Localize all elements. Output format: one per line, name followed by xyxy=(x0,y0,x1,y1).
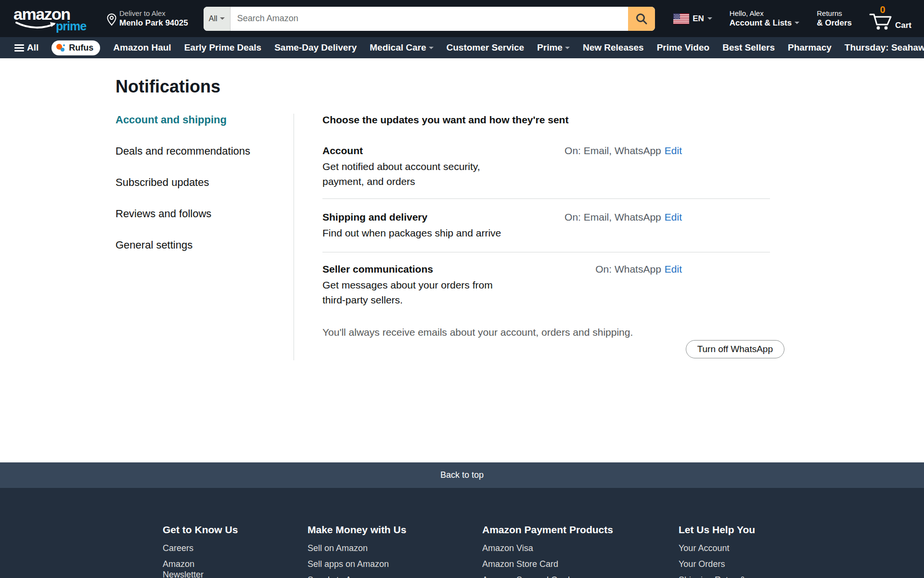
chevron-down-icon xyxy=(429,47,434,52)
account-lists-menu[interactable]: Hello, Alex Account & Lists xyxy=(730,9,799,28)
amazon-smile-icon xyxy=(15,21,60,30)
site-footer: Get to Know Us Careers Amazon Newsletter… xyxy=(0,488,924,578)
nav-promo-link[interactable]: Thursday: Seahawks vs. Cardinals xyxy=(845,42,924,53)
footer-column-help: Let Us Help You Your Account Your Orders… xyxy=(679,524,755,578)
footer-link-amazon-visa[interactable]: Amazon Visa xyxy=(482,543,613,553)
shipping-notification-row: Shipping and delivery Find out when pack… xyxy=(322,211,784,240)
nav-item-best-sellers[interactable]: Best Sellers xyxy=(722,42,775,53)
section-status: On: WhatsApp xyxy=(595,263,661,275)
notifications-sidebar: Account and shipping Deals and recommend… xyxy=(116,114,294,360)
cart-button[interactable]: 0 Cart xyxy=(869,6,911,31)
search-button[interactable] xyxy=(628,7,655,31)
footer-link-your-orders[interactable]: Your Orders xyxy=(679,559,755,569)
cart-count-badge: 0 xyxy=(877,4,888,15)
hamburger-icon xyxy=(14,43,24,53)
rufus-label: Rufus xyxy=(69,43,93,53)
deliver-to-line2: Menlo Park 94025 xyxy=(119,18,188,28)
nav-item-amazon-haul[interactable]: Amazon Haul xyxy=(113,42,171,53)
language-selector[interactable]: EN xyxy=(673,13,712,24)
footer-column-get-to-know-us: Get to Know Us Careers Amazon Newsletter xyxy=(163,524,238,578)
footer-link-amazon-secured-card[interactable]: Amazon Secured Card xyxy=(482,575,613,578)
sidebar-item-subscribed-updates[interactable]: Subscribed updates xyxy=(116,176,294,189)
search-input[interactable] xyxy=(231,7,629,31)
edit-seller-link[interactable]: Edit xyxy=(665,263,682,275)
notification-settings-panel: Choose the updates you want and how they… xyxy=(294,114,784,360)
section-description: Get messages about your orders from thir… xyxy=(322,277,525,307)
chevron-down-icon xyxy=(565,47,570,52)
back-to-top-label: Back to top xyxy=(440,470,484,480)
footer-link-supply-to-amazon[interactable]: Supply to Amazon xyxy=(308,575,406,578)
amazon-logo[interactable]: amazon prime xyxy=(13,4,87,34)
rufus-icon xyxy=(56,43,66,53)
sidebar-item-general-settings[interactable]: General settings xyxy=(116,239,294,251)
nav-item-customer-service[interactable]: Customer Service xyxy=(447,42,525,53)
search-category-dropdown[interactable]: All xyxy=(204,7,231,31)
back-to-top-bar[interactable]: Back to top xyxy=(0,462,924,488)
nav-all-menu-button[interactable]: All xyxy=(14,42,38,53)
footer-heading: Get to Know Us xyxy=(163,524,238,536)
footer-column-payment-products: Amazon Payment Products Amazon Visa Amaz… xyxy=(482,524,613,578)
site-header: amazon prime Deliver to Alex Menlo Park … xyxy=(0,0,924,37)
footer-heading: Make Money with Us xyxy=(308,524,406,536)
nav-item-medical-care[interactable]: Medical Care xyxy=(370,42,433,53)
section-title: Account xyxy=(322,144,525,157)
footer-link-careers[interactable]: Careers xyxy=(163,543,238,553)
chevron-down-icon xyxy=(707,17,712,22)
nav-item-new-releases[interactable]: New Releases xyxy=(583,42,644,53)
footer-link-sell-apps[interactable]: Sell apps on Amazon xyxy=(308,559,406,569)
turn-off-whatsapp-button[interactable]: Turn off WhatsApp xyxy=(686,340,784,358)
nav-all-label: All xyxy=(27,42,38,53)
deliver-to-line1: Deliver to Alex xyxy=(119,9,188,17)
prime-logo-text: prime xyxy=(56,19,86,33)
section-status: On: Email, WhatsApp xyxy=(565,211,661,223)
notifications-page: Notifications Account and shipping Deals… xyxy=(0,58,924,462)
footer-link-amazon-newsletter[interactable]: Amazon Newsletter xyxy=(163,559,238,578)
language-label: EN xyxy=(693,14,704,24)
section-status: On: Email, WhatsApp xyxy=(565,145,661,156)
footer-link-sell-on-amazon[interactable]: Sell on Amazon xyxy=(308,543,406,553)
footer-link-shipping-rates[interactable]: Shipping Rates & xyxy=(679,575,755,578)
nav-item-early-prime-deals[interactable]: Early Prime Deals xyxy=(184,42,262,53)
section-divider xyxy=(322,252,770,252)
sidebar-item-reviews-and-follows[interactable]: Reviews and follows xyxy=(116,208,294,220)
footer-heading: Let Us Help You xyxy=(679,524,755,536)
edit-account-link[interactable]: Edit xyxy=(665,145,682,156)
main-nav: All Rufus Amazon Haul Early Prime Deals … xyxy=(0,37,924,58)
page-title: Notifications xyxy=(0,58,924,97)
footer-link-your-account[interactable]: Your Account xyxy=(679,543,755,553)
section-description: Find out when packages ship and arrive xyxy=(322,225,525,240)
footer-link-amazon-store-card[interactable]: Amazon Store Card xyxy=(482,559,613,569)
section-description: Get notified about account security, pay… xyxy=(322,159,525,189)
section-title: Shipping and delivery xyxy=(322,211,525,223)
edit-shipping-link[interactable]: Edit xyxy=(665,211,682,223)
nav-item-pharmacy[interactable]: Pharmacy xyxy=(788,42,832,53)
settings-heading: Choose the updates you want and how they… xyxy=(322,114,784,126)
section-divider xyxy=(322,198,770,199)
nav-item-same-day-delivery[interactable]: Same-Day Delivery xyxy=(274,42,357,53)
nav-rufus-button[interactable]: Rufus xyxy=(51,40,100,55)
account-notification-row: Account Get notified about account secur… xyxy=(322,144,784,189)
nav-item-prime[interactable]: Prime xyxy=(537,42,570,53)
chevron-down-icon xyxy=(220,17,225,22)
deliver-to-location[interactable]: Deliver to Alex Menlo Park 94025 xyxy=(107,9,188,28)
sidebar-item-account-and-shipping[interactable]: Account and shipping xyxy=(116,114,294,126)
chevron-down-icon xyxy=(795,22,799,26)
returns-line1: Returns xyxy=(817,9,852,18)
footer-column-make-money: Make Money with Us Sell on Amazon Sell a… xyxy=(308,524,406,578)
search-icon xyxy=(635,13,648,25)
returns-line2: & Orders xyxy=(817,18,852,28)
location-pin-icon xyxy=(107,13,116,26)
footer-heading: Amazon Payment Products xyxy=(482,524,613,536)
us-flag-icon xyxy=(673,13,689,24)
search-category-label: All xyxy=(209,14,218,23)
always-emails-note: You'll always receive emails about your … xyxy=(322,326,784,339)
returns-orders-link[interactable]: Returns & Orders xyxy=(817,9,852,28)
search-bar: All xyxy=(204,7,655,31)
sidebar-item-deals-and-recommendations[interactable]: Deals and recommendations xyxy=(116,145,294,158)
seller-notification-row: Seller communications Get messages about… xyxy=(322,263,784,307)
nav-item-prime-video[interactable]: Prime Video xyxy=(657,42,709,53)
account-greeting: Hello, Alex xyxy=(730,9,799,18)
account-lists-label: Account & Lists xyxy=(730,18,792,28)
cart-label: Cart xyxy=(895,21,911,30)
section-title: Seller communications xyxy=(322,263,525,276)
